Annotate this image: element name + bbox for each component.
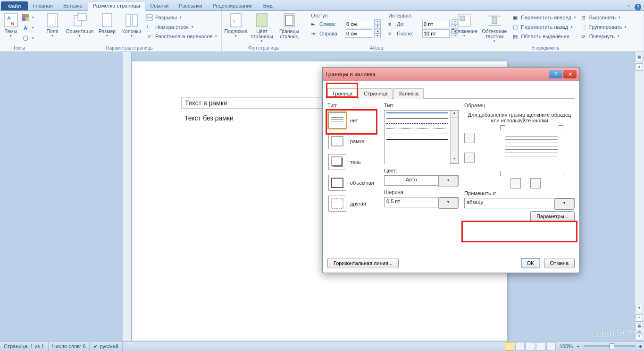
dialog-help-button[interactable]: ? (549, 70, 562, 78)
group-objects-button[interactable]: ⬚Группировать▾ (578, 22, 629, 32)
spacing-before-input[interactable] (422, 20, 450, 28)
preview-box[interactable] (491, 127, 561, 174)
group-page-setup-label: Параметры страницы (40, 45, 219, 51)
status-language[interactable]: ✔русский (90, 342, 122, 351)
dialog-tab-border[interactable]: Граница (327, 88, 358, 99)
dialog-tab-page[interactable]: Страница (359, 88, 393, 99)
dropdown-icon[interactable]: ▾ (438, 176, 458, 187)
edge-top-button[interactable] (464, 133, 475, 143)
status-bar: Страница: 1 из 1 Число слов: 6 ✔русский … (0, 341, 644, 351)
border-color-combo[interactable]: Авто▾ (384, 175, 459, 186)
line-numbers-button[interactable]: 1-Номера строк▾ (144, 22, 219, 32)
prev-page-icon[interactable]: « (636, 314, 643, 322)
rotate-icon: ⟳ (580, 33, 587, 40)
svg-rect-20 (257, 14, 267, 27)
orientation-icon (72, 13, 87, 28)
size-button[interactable]: Размер▾ (95, 12, 119, 39)
border-width-combo[interactable]: 0,5 пт ▾ (384, 197, 459, 207)
view-outline[interactable] (536, 342, 545, 351)
columns-button[interactable]: Колонки▾ (119, 12, 144, 39)
dropdown-icon[interactable]: ▾ (438, 197, 458, 209)
indent-right-input[interactable] (345, 29, 372, 38)
zoom-out-button[interactable]: − (577, 343, 579, 349)
spacing-after-input[interactable] (422, 29, 450, 38)
svg-rect-6 (25, 17, 29, 21)
dialog-tab-fill[interactable]: Заливка (393, 88, 424, 99)
dropdown-icon[interactable]: ▾ (554, 198, 574, 210)
watermark-button[interactable]: AПодложка▾ (224, 12, 248, 39)
page-borders-button[interactable]: Границы страниц (276, 12, 303, 40)
hyphenation-button[interactable]: bᵃРасстановка переносов▾ (144, 32, 219, 41)
help-icon[interactable]: ? (635, 4, 641, 10)
options-button[interactable]: Параметры... (530, 211, 575, 222)
theme-colors-button[interactable]: ▾ (20, 13, 36, 22)
zoom-slider[interactable] (584, 345, 636, 347)
apply-to-combo[interactable]: абзацу▾ (464, 198, 575, 208)
cancel-button[interactable]: Отмена (544, 258, 575, 268)
status-word-count[interactable]: Число слов: 6 (49, 342, 90, 351)
tab-home[interactable]: Главная (28, 1, 58, 10)
theme-fonts-button[interactable]: A▾ (20, 23, 36, 33)
style-scrollbar[interactable]: ▴▾ (450, 111, 458, 163)
view-full-screen[interactable] (515, 342, 525, 351)
tab-references[interactable]: Ссылки (145, 1, 174, 10)
type-3d[interactable]: объемная (327, 172, 378, 193)
tab-insert[interactable]: Вставка (58, 1, 88, 10)
tab-page-layout[interactable]: Разметка страницы (88, 1, 145, 11)
indent-right-field[interactable]: ⇥Справа:▴▾ (311, 29, 381, 38)
margins-icon (45, 13, 60, 28)
tab-view[interactable]: Вид (258, 1, 278, 10)
position-button[interactable]: Положение▾ (449, 12, 479, 39)
indent-left-input[interactable] (345, 20, 372, 28)
vertical-scrollbar[interactable]: ▦ ▴ ▾ « �菱 » (634, 52, 644, 341)
bring-forward-icon: ▣ (511, 14, 519, 21)
border-style-label: Тип: (384, 103, 459, 108)
tab-mailings[interactable]: Рассылки (174, 1, 207, 10)
unframed-paragraph[interactable]: Текст без рамки (184, 114, 234, 122)
border-style-list[interactable]: ▴▾ (384, 110, 459, 164)
theme-effects-button[interactable]: ▾ (20, 34, 36, 43)
edge-bottom-button[interactable] (464, 153, 475, 163)
type-box[interactable]: рамка (327, 131, 378, 152)
browse-object-icon[interactable]: �菱 (636, 324, 643, 331)
view-print-layout[interactable] (505, 342, 514, 351)
scroll-up-icon[interactable]: ▴ (636, 63, 643, 71)
edge-left-button[interactable] (510, 178, 521, 188)
scroll-down-icon[interactable]: ▾ (636, 305, 643, 312)
indent-right-icon: ⇥ (311, 31, 318, 37)
svg-rect-24 (460, 16, 465, 21)
edge-right-button[interactable] (530, 178, 541, 188)
line-numbers-icon: 1- (146, 23, 153, 31)
bring-forward-button[interactable]: ▣Переместить вперед▾ (510, 13, 578, 22)
view-web-layout[interactable] (526, 342, 535, 351)
rotate-button[interactable]: ⟳Повернуть▾ (578, 32, 629, 41)
minimize-ribbon-icon[interactable]: ˄ (625, 4, 632, 10)
svg-rect-16 (147, 18, 152, 20)
next-page-icon[interactable]: » (636, 333, 643, 341)
orientation-button[interactable]: Ориентация▾ (65, 12, 95, 39)
tab-review[interactable]: Рецензирование (208, 1, 258, 10)
type-none[interactable]: нет (327, 110, 378, 131)
themes-button[interactable]: Aa Темы▾ (2, 12, 20, 39)
tab-file[interactable]: Файл (1, 1, 28, 10)
page-color-button[interactable]: Цвет страницы▾ (248, 12, 276, 44)
type-custom[interactable]: другая (327, 193, 378, 214)
dialog-close-button[interactable]: ✕ (563, 70, 577, 78)
zoom-in-button[interactable]: + (639, 343, 642, 349)
type-shadow[interactable]: тень (327, 152, 378, 172)
wrap-text-button[interactable]: Обтекание текстом▾ (479, 12, 510, 44)
horizontal-line-button[interactable]: Горизонтальная линия... (327, 258, 399, 268)
breaks-button[interactable]: Разрывы▾ (144, 13, 219, 22)
ruler-toggle-icon[interactable]: ▦ (636, 54, 643, 61)
view-draft[interactable] (546, 342, 556, 351)
zoom-level[interactable]: 100% (560, 343, 573, 349)
indent-left-field[interactable]: ⇤Слева:▴▾ (311, 19, 381, 29)
margins-button[interactable]: Поля▾ (40, 12, 65, 39)
ok-button[interactable]: ОК (521, 258, 540, 268)
svg-text:A: A (7, 15, 11, 22)
status-page[interactable]: Страница: 1 из 1 (0, 342, 49, 351)
selection-pane-button[interactable]: ▤Область выделения (510, 32, 578, 41)
dialog-titlebar[interactable]: Границы и заливка ? ✕ (323, 68, 579, 81)
send-backward-button[interactable]: ▢Переместить назад▾ (510, 22, 578, 32)
align-button[interactable]: ⊟Выровнять▾ (578, 13, 629, 22)
